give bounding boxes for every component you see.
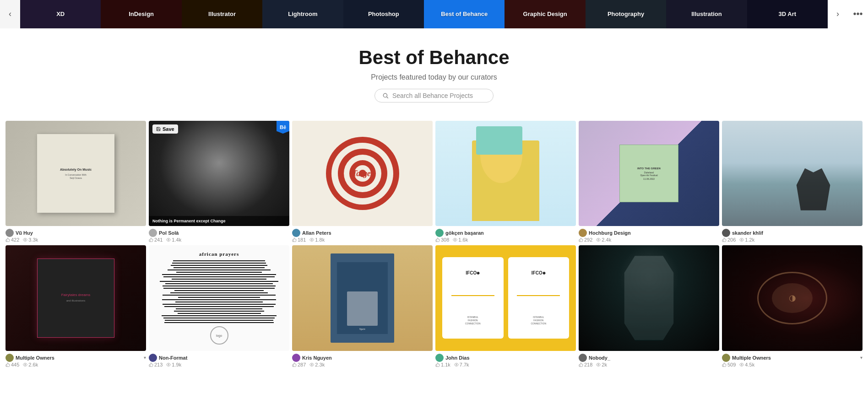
- page-title: Best of Behance: [9, 47, 859, 69]
- nav-tab-illustrator[interactable]: Illustrator: [182, 0, 262, 28]
- view-icon: [166, 237, 171, 242]
- multiple-owners-dropdown[interactable]: ▾: [144, 355, 146, 360]
- view-stat: 4.5k: [739, 362, 754, 367]
- view-stat: 2k: [596, 362, 607, 367]
- avatar: [292, 354, 300, 362]
- nav-more-button[interactable]: •••: [848, 0, 868, 28]
- multiple-owners-dropdown[interactable]: ▾: [860, 355, 863, 360]
- like-stat: 422: [5, 237, 19, 243]
- card-thumb-nobody: [579, 245, 719, 350]
- card-thumb-allan-peters: Target: [292, 121, 433, 226]
- card-stats-non-format: 213 1.9k: [149, 362, 289, 367]
- svg-point-7: [741, 239, 743, 241]
- card-allan-peters[interactable]: TargetAllan Peters 181 1.8k: [292, 121, 433, 243]
- card-author-name[interactable]: Hochburg Design: [589, 230, 719, 236]
- card-vu-huy[interactable]: Absolutely On Music In Conversation With…: [5, 121, 146, 243]
- card-gokcen-basaran[interactable]: gökçen başaran 308 1.6k: [435, 121, 576, 243]
- card-kris-nguyen[interactable]: figure Kris Nguyen 287 2.3k: [292, 245, 433, 367]
- nav-tab-label-illustrator: Illustrator: [208, 11, 236, 17]
- card-thumb-john-dias: IFCO✺ ISTANBULFASHIONCONNECTION IFCO✺ IS…: [435, 245, 576, 350]
- hero-section: Best of Behance Projects featured today …: [0, 28, 868, 112]
- nav-tab-best[interactable]: Best of Behance: [424, 0, 505, 28]
- svg-point-11: [456, 364, 457, 365]
- card-author-name[interactable]: Allan Peters: [302, 230, 433, 236]
- view-stat: 1.8k: [309, 237, 325, 243]
- card-thumb-kris-nguyen: figure: [292, 245, 433, 350]
- project-grid: Absolutely On Music In Conversation With…: [0, 112, 868, 372]
- card-author-name[interactable]: Multiple Owners: [16, 355, 142, 361]
- card-stats-skander: 206 1.2k: [722, 237, 863, 243]
- card-nobody[interactable]: Nobody_ 218 2k: [579, 245, 719, 367]
- card-author-name[interactable]: Non-Format: [159, 355, 289, 361]
- view-icon: [596, 362, 601, 367]
- nav-tab-lightroom[interactable]: Lightroom: [262, 0, 343, 28]
- card-author-name[interactable]: Kris Nguyen: [302, 355, 433, 361]
- nav-tab-indesign[interactable]: InDesign: [101, 0, 181, 28]
- view-icon: [166, 362, 171, 367]
- view-icon: [23, 237, 27, 242]
- svg-point-13: [741, 364, 743, 365]
- like-stat: 218: [579, 362, 592, 367]
- card-author-row-skander: skander khlif: [722, 229, 863, 237]
- nav-tab-photoshop[interactable]: Photoshop: [343, 0, 424, 28]
- svg-point-10: [311, 364, 313, 365]
- card-author-row-nobody: Nobody_: [579, 354, 719, 362]
- nav-tab-photography[interactable]: Photography: [586, 0, 666, 28]
- card-stats-gokcen-basaran: 308 1.6k: [435, 237, 576, 243]
- svg-point-5: [455, 239, 456, 241]
- nav-tab-label-lightroom: Lightroom: [288, 11, 317, 17]
- card-author-name[interactable]: Nobody_: [589, 355, 719, 361]
- card-skander[interactable]: skander khlif 206 1.2k: [722, 121, 863, 243]
- card-non-format[interactable]: african prayers logo Non-Format 213 1.9k: [149, 245, 289, 367]
- card-pol-sola[interactable]: Nothing is Permanent except Change SaveB…: [149, 121, 289, 243]
- search-icon: [382, 92, 389, 99]
- card-hochburg[interactable]: INTO THE GREEN DukelandOpen Air Festival…: [579, 121, 719, 243]
- card-multiple-owners-1[interactable]: Fairytales dreamsand illustrations Multi…: [5, 245, 146, 367]
- view-icon: [739, 237, 744, 242]
- nav-tab-label-xd: XD: [56, 11, 65, 17]
- card-author-row-john-dias: John Dias: [435, 354, 576, 362]
- svg-point-6: [598, 239, 599, 241]
- like-icon: [579, 362, 583, 367]
- view-icon: [23, 362, 27, 367]
- view-icon: [309, 362, 314, 367]
- nav-tab-illustration[interactable]: Illustration: [666, 0, 747, 28]
- like-icon: [149, 237, 153, 242]
- nav-tab-label-photography: Photography: [608, 11, 644, 17]
- card-author-name[interactable]: Multiple Owners: [732, 355, 858, 361]
- card-multiple-owners-2[interactable]: ◑ Multiple Owners▾ 509 4.5k: [722, 245, 863, 367]
- card-john-dias[interactable]: IFCO✺ ISTANBULFASHIONCONNECTION IFCO✺ IS…: [435, 245, 576, 367]
- nav-prev-button[interactable]: ‹: [0, 0, 20, 28]
- nav-tab-xd[interactable]: XD: [20, 0, 101, 28]
- like-icon: [5, 362, 10, 367]
- card-thumb-gokcen-basaran: [435, 121, 576, 226]
- row1-grid: Absolutely On Music In Conversation With…: [5, 121, 863, 243]
- like-icon: [435, 362, 440, 367]
- avatar: [5, 229, 14, 237]
- search-placeholder: Search all Behance Projects: [392, 92, 473, 99]
- nav-next-button[interactable]: ›: [828, 0, 848, 28]
- nav-tabs: XDInDesignIllustratorLightroomPhotoshopB…: [20, 0, 828, 28]
- card-author-name[interactable]: skander khlif: [732, 230, 863, 236]
- like-stat: 181: [292, 237, 306, 243]
- card-author-name[interactable]: gökçen başaran: [445, 230, 576, 236]
- card-stats-multiple-owners-2: 509 4.5k: [722, 362, 863, 367]
- card-stats-pol-sola: 241 1.4k: [149, 237, 289, 243]
- search-bar[interactable]: Search all Behance Projects: [374, 89, 494, 102]
- svg-point-4: [311, 239, 313, 241]
- nav-bar: ‹ XDInDesignIllustratorLightroomPhotosho…: [0, 0, 868, 28]
- nav-tab-3dart[interactable]: 3D Art: [747, 0, 828, 28]
- card-author-name[interactable]: Vũ Huy: [16, 230, 146, 236]
- card-stats-nobody: 218 2k: [579, 362, 719, 367]
- svg-point-9: [168, 364, 169, 365]
- like-icon: [722, 362, 727, 367]
- view-stat: 2.3k: [309, 362, 325, 367]
- card-author-row-kris-nguyen: Kris Nguyen: [292, 354, 433, 362]
- card-author-name[interactable]: John Dias: [445, 355, 576, 361]
- nav-tab-graphic[interactable]: Graphic Design: [505, 0, 585, 28]
- avatar: [5, 354, 14, 362]
- card-author-name[interactable]: Pol Solà: [159, 230, 289, 236]
- like-stat: 308: [435, 237, 449, 243]
- like-icon: [579, 237, 583, 242]
- save-button[interactable]: Save: [152, 124, 178, 134]
